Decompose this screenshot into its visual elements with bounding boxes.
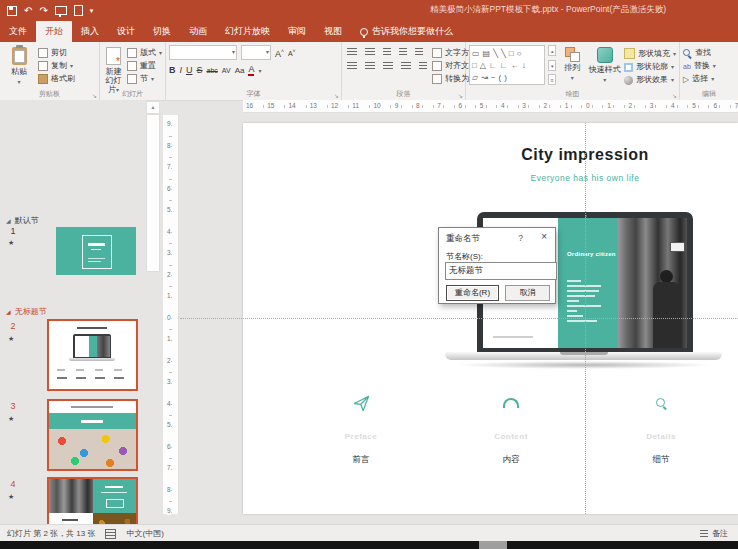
start-slideshow-icon[interactable] xyxy=(55,6,67,15)
font-name-combobox[interactable] xyxy=(169,45,237,60)
shape-glyph[interactable]: ∟ xyxy=(500,61,508,70)
paste-button[interactable]: 粘贴 ▾ xyxy=(3,45,35,85)
shape-glyph[interactable]: ) xyxy=(504,73,507,82)
tell-me-box[interactable]: 告诉我你想要做什么 xyxy=(351,21,462,42)
copy-button[interactable]: 复制▾ xyxy=(38,61,75,71)
bold-button[interactable]: B xyxy=(169,65,176,76)
select-button[interactable]: ▷选择▾ xyxy=(683,74,716,84)
format-painter-button[interactable]: 格式刷 xyxy=(38,74,75,84)
clipboard-dialog-launcher[interactable]: ↘ xyxy=(92,93,97,99)
section-name-input[interactable] xyxy=(445,262,557,280)
notes-toggle[interactable]: 备注 xyxy=(700,528,738,539)
change-case-button[interactable]: Aa xyxy=(235,65,245,76)
cut-button[interactable]: 剪切 xyxy=(38,48,75,58)
shape-glyph[interactable]: ▤ xyxy=(483,49,491,58)
character-spacing-button[interactable]: AV xyxy=(222,65,231,76)
cancel-button[interactable]: 取消 xyxy=(505,285,550,301)
numbering-icon[interactable] xyxy=(365,48,375,56)
paragraph-dialog-launcher[interactable]: ↘ xyxy=(458,93,463,99)
shapes-scroll-down-icon[interactable]: ▾ xyxy=(548,60,556,71)
thumbnail-scrollbar-thumb[interactable] xyxy=(146,114,160,272)
columns-icon[interactable] xyxy=(419,62,427,70)
shape-glyph[interactable]: △ xyxy=(480,61,486,70)
thumbnail-scrollbar-up-icon[interactable]: ▲ xyxy=(146,101,160,114)
justify-icon[interactable] xyxy=(401,62,411,70)
horizontal-guide-line[interactable] xyxy=(180,318,738,319)
dialog-close-icon[interactable]: × xyxy=(541,231,547,242)
decrease-font-icon[interactable]: A˅ xyxy=(288,46,296,59)
save-icon[interactable] xyxy=(7,6,17,16)
shape-glyph[interactable]: ▭ xyxy=(472,49,480,58)
horizontal-ruler[interactable]: 1615141312111098765432101234567 xyxy=(243,100,738,113)
dialog-help-icon[interactable]: ? xyxy=(518,233,523,243)
font-size-combobox[interactable] xyxy=(241,45,271,60)
underline-button[interactable]: U xyxy=(186,65,193,76)
reset-button[interactable]: 重置 xyxy=(127,61,162,71)
undo-icon[interactable]: ↶ xyxy=(24,6,32,16)
tab-slideshow[interactable]: 幻灯片放映 xyxy=(216,21,279,42)
find-button[interactable]: 查找 xyxy=(683,48,716,58)
align-center-icon[interactable] xyxy=(365,62,375,70)
shape-outline-button[interactable]: 形状轮廓▾ xyxy=(624,62,676,72)
tab-insert[interactable]: 插入 xyxy=(72,21,108,42)
shape-glyph[interactable]: ← xyxy=(511,61,519,70)
slide-4-thumbnail[interactable] xyxy=(47,477,138,524)
shape-glyph[interactable]: □ xyxy=(509,49,514,58)
shapes-gallery[interactable]: ▭▤╲╲□○ □△∟∟←↓ ▱↝~() xyxy=(469,45,545,85)
shape-glyph[interactable]: □ xyxy=(472,61,477,70)
slide-1-thumbnail[interactable] xyxy=(56,227,136,275)
spellcheck-icon[interactable] xyxy=(105,529,116,539)
font-color-button[interactable]: A xyxy=(248,65,254,76)
shape-glyph[interactable]: ╲ xyxy=(501,49,506,58)
tab-file[interactable]: 文件 xyxy=(0,21,36,42)
language-indicator[interactable]: 中文(中国) xyxy=(126,528,163,539)
tab-view[interactable]: 视图 xyxy=(315,21,351,42)
strikethrough-button[interactable]: S xyxy=(197,65,203,76)
shape-glyph[interactable]: ↝ xyxy=(481,73,488,82)
shape-glyph[interactable]: ▱ xyxy=(472,73,478,82)
font-dialog-launcher[interactable]: ↘ xyxy=(334,93,339,99)
tab-animations[interactable]: 动画 xyxy=(180,21,216,42)
section-header-untitled[interactable]: ◢ 无标题节 xyxy=(6,306,47,317)
tab-transitions[interactable]: 切换 xyxy=(144,21,180,42)
vertical-ruler[interactable]: 9876543210123456789 xyxy=(163,115,179,514)
slide-2-thumbnail[interactable] xyxy=(47,319,138,391)
section-header-default[interactable]: ◢ 默认节 xyxy=(6,215,39,226)
section-collapse-icon[interactable]: ◢ xyxy=(6,217,11,224)
shape-glyph[interactable]: ~ xyxy=(491,73,496,82)
tab-home[interactable]: 开始 xyxy=(36,21,72,42)
paste-dropdown-icon[interactable]: ▾ xyxy=(17,78,20,85)
increase-indent-icon[interactable] xyxy=(399,48,407,56)
shape-glyph[interactable]: ○ xyxy=(517,49,522,58)
redo-icon[interactable]: ↷ xyxy=(39,6,47,16)
line-spacing-icon[interactable] xyxy=(415,48,423,56)
layout-button[interactable]: 版式▾ xyxy=(127,48,162,58)
shape-glyph[interactable]: ╲ xyxy=(493,49,498,58)
decrease-indent-icon[interactable] xyxy=(383,48,391,56)
shape-glyph[interactable]: ∟ xyxy=(489,61,497,70)
section-button[interactable]: 节▾ xyxy=(127,74,162,84)
slide-counter[interactable]: 幻灯片 第 2 张，共 13 张 xyxy=(7,528,95,539)
clear-formatting-icon[interactable]: abc xyxy=(207,65,218,76)
bullets-icon[interactable] xyxy=(347,48,357,56)
slide-3-thumbnail[interactable] xyxy=(47,399,138,471)
shape-glyph[interactable]: ↓ xyxy=(522,61,526,70)
new-document-icon[interactable] xyxy=(74,5,83,16)
quick-styles-button[interactable]: 快速样式 ▾ xyxy=(588,45,621,83)
slide-item-content[interactable]: Content 内容 xyxy=(451,390,571,466)
tab-review[interactable]: 审阅 xyxy=(279,21,315,42)
slide-item-details[interactable]: Details 细节 xyxy=(601,390,721,466)
slide-item-preface[interactable]: Preface 前言 xyxy=(301,390,421,466)
shapes-scroll-up-icon[interactable]: ▴ xyxy=(548,45,556,56)
tab-design[interactable]: 设计 xyxy=(108,21,144,42)
shape-effects-button[interactable]: 形状效果▾ xyxy=(624,75,676,85)
shapes-more-icon[interactable]: ≡ xyxy=(548,74,556,85)
shape-glyph[interactable]: ( xyxy=(499,73,502,82)
increase-font-icon[interactable]: A˄ xyxy=(275,46,284,60)
align-left-icon[interactable] xyxy=(347,62,357,70)
new-slide-button[interactable]: 新建幻灯片▾ xyxy=(103,45,124,95)
replace-button[interactable]: ab替换▾ xyxy=(683,61,716,71)
customize-qat-icon[interactable]: ▾ xyxy=(90,6,94,16)
align-right-icon[interactable] xyxy=(383,62,393,70)
rename-button[interactable]: 重命名(R) xyxy=(446,285,499,301)
